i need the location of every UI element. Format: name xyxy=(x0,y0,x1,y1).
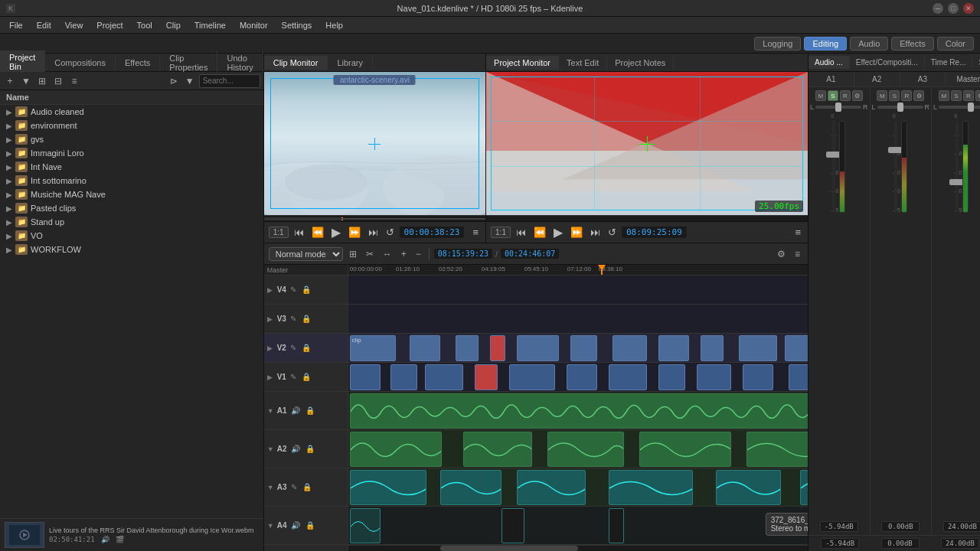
clip-v1-red[interactable] xyxy=(475,364,498,390)
clip-v1-1[interactable] xyxy=(350,364,381,390)
tab-text-edit[interactable]: Text Edit xyxy=(559,56,607,70)
project-step-back-button[interactable]: ⏪ xyxy=(531,225,548,240)
track-a4-lock[interactable]: 🔒 xyxy=(304,520,316,530)
clip-ratio-button[interactable]: 1:1 xyxy=(269,227,289,238)
mixer-a1-record[interactable]: R xyxy=(840,90,851,101)
clip-v1-2[interactable] xyxy=(390,364,417,390)
track-row-v4[interactable] xyxy=(348,276,808,305)
mixer-a2-solo[interactable]: S xyxy=(889,90,900,101)
mixer-a3-settings[interactable]: ⚙ xyxy=(975,90,980,101)
clip-monitor-view[interactable]: antarctic-scenery.avi xyxy=(264,72,485,215)
tab-effects[interactable]: Effects xyxy=(116,56,160,70)
track-v4-edit[interactable]: ✎ xyxy=(289,285,298,295)
mixer-a1-solo[interactable]: S xyxy=(828,90,838,101)
tab-project-monitor[interactable]: Project Monitor xyxy=(486,56,559,70)
clip-a4-2[interactable] xyxy=(501,508,524,543)
track-a2-mute[interactable]: 🔊 xyxy=(289,444,302,454)
tab-clip-monitor[interactable]: Clip Monitor xyxy=(264,56,328,70)
mode-effects[interactable]: Effects xyxy=(891,37,933,51)
bin-filter-button[interactable]: ⊳ xyxy=(167,74,181,88)
clip-v1-4[interactable] xyxy=(509,364,555,390)
mixer-a1-db-value[interactable]: -5.94dB xyxy=(820,521,858,532)
mixer-a2-settings[interactable]: ⚙ xyxy=(913,90,924,101)
tl-razor-button[interactable]: ✂ xyxy=(363,247,377,261)
bin-add-button[interactable]: + xyxy=(3,74,17,88)
list-item[interactable]: ▶ 📁 Pasted clips xyxy=(0,201,263,215)
clip-step-fwd-button[interactable]: ⏩ xyxy=(346,225,363,240)
track-v2-lock[interactable]: 🔒 xyxy=(300,343,312,353)
mixer-a1-settings[interactable]: ⚙ xyxy=(852,90,863,101)
track-row-v1[interactable] xyxy=(348,363,808,392)
clip-v1-6[interactable] xyxy=(609,364,647,390)
clip-a1-main[interactable] xyxy=(350,393,808,429)
bin-more-button[interactable]: ≡ xyxy=(67,74,81,88)
timeline-tracks-area[interactable]: 00:00:00:00 01:26:10 02:52:20 04:19:05 0… xyxy=(348,265,808,551)
clip-v2-red[interactable] xyxy=(490,335,505,361)
project-menu-button[interactable]: ≡ xyxy=(792,225,803,240)
track-a3-expand[interactable]: ▼ xyxy=(267,484,275,491)
mixer-a2-pan-thumb[interactable] xyxy=(897,103,903,112)
clip-a3-4[interactable] xyxy=(609,470,693,505)
track-a4-mute[interactable]: 🔊 xyxy=(289,520,302,530)
menu-settings[interactable]: Settings xyxy=(276,19,318,31)
tab-project-notes[interactable]: Project Notes xyxy=(607,56,674,70)
tl-remove-button[interactable]: − xyxy=(413,247,424,261)
mixer-a1-fader-track[interactable] xyxy=(832,121,835,213)
menu-edit[interactable]: Edit xyxy=(31,19,57,31)
menu-tool[interactable]: Tool xyxy=(131,19,158,31)
track-a3-mute[interactable]: ✎ xyxy=(289,482,299,492)
tab-effect-compositor[interactable]: Effect/Compositi... xyxy=(850,56,925,69)
bin-icon-button[interactable]: ⊟ xyxy=(51,74,65,88)
timeline-mode-select[interactable]: Normal mode xyxy=(269,247,343,261)
tl-settings-button[interactable]: ⚙ xyxy=(774,247,789,261)
timeline-scrollbar[interactable] xyxy=(348,545,808,551)
track-row-a1[interactable] xyxy=(348,392,808,430)
mixer-a2-mute[interactable]: M xyxy=(877,90,887,101)
clip-v2-4[interactable] xyxy=(517,335,559,361)
track-row-a3[interactable] xyxy=(348,468,808,507)
track-a4-expand[interactable]: ▼ xyxy=(267,522,275,530)
clip-play-button[interactable]: ▶ xyxy=(329,223,343,241)
menu-help[interactable]: Help xyxy=(319,19,349,31)
track-v4-lock[interactable]: 🔒 xyxy=(300,285,312,295)
list-item[interactable]: ▶ 📁 Audio cleaned xyxy=(0,105,263,119)
list-item[interactable]: ▶ 📁 WORKFLOW xyxy=(0,243,263,256)
menu-timeline[interactable]: Timeline xyxy=(188,19,232,31)
db-display-a3[interactable]: 24.00dB xyxy=(941,538,979,549)
tl-more-button[interactable]: ≡ xyxy=(792,247,803,261)
project-monitor-view[interactable]: 25.00fps xyxy=(486,72,808,215)
track-a2-expand[interactable]: ▼ xyxy=(267,445,275,453)
mode-editing[interactable]: Editing xyxy=(804,37,847,51)
clip-a2-4[interactable] xyxy=(639,432,731,467)
clip-a4-1[interactable] xyxy=(350,508,381,543)
tab-subtitles[interactable]: Subtitles xyxy=(972,56,980,69)
clip-skip-start-button[interactable]: ⏮ xyxy=(292,225,306,240)
tab-library[interactable]: Library xyxy=(328,56,373,70)
list-item[interactable]: ▶ 📁 Immagini Loro xyxy=(0,146,263,160)
project-skip-start-button[interactable]: ⏮ xyxy=(514,225,528,240)
clip-a3-3[interactable] xyxy=(517,470,586,505)
clip-a3-6[interactable] xyxy=(800,470,808,505)
menu-file[interactable]: File xyxy=(3,19,29,31)
mixer-a2-record[interactable]: R xyxy=(901,90,912,101)
list-item[interactable]: ▶ 📁 Musiche MAG Nave xyxy=(0,187,263,201)
list-item[interactable]: ▶ 📁 gvs xyxy=(0,132,263,146)
clip-v2-5[interactable] xyxy=(570,335,597,361)
tab-time-remap[interactable]: Time Re... xyxy=(925,56,973,69)
menu-monitor[interactable]: Monitor xyxy=(234,19,274,31)
bin-view-button[interactable]: ⊞ xyxy=(35,74,49,88)
clip-v1-7[interactable] xyxy=(658,364,685,390)
maximize-button[interactable]: □ xyxy=(948,3,959,14)
track-v3-lock[interactable]: 🔒 xyxy=(300,314,312,324)
bin-search-input[interactable] xyxy=(199,74,260,88)
track-a3-lock[interactable]: 🔒 xyxy=(301,482,313,492)
timeline-scrollbar-thumb[interactable] xyxy=(440,546,578,551)
menu-view[interactable]: View xyxy=(59,19,90,31)
tab-undo-history[interactable]: Undo History xyxy=(217,51,263,74)
db-display-a1[interactable]: -5.94dB xyxy=(821,538,859,549)
track-v2-expand[interactable]: ▶ xyxy=(267,344,275,352)
track-row-v3[interactable] xyxy=(348,305,808,334)
mixer-a3-record[interactable]: R xyxy=(963,90,974,101)
clip-v1-3[interactable] xyxy=(425,364,463,390)
clip-a2-3[interactable] xyxy=(547,432,624,467)
